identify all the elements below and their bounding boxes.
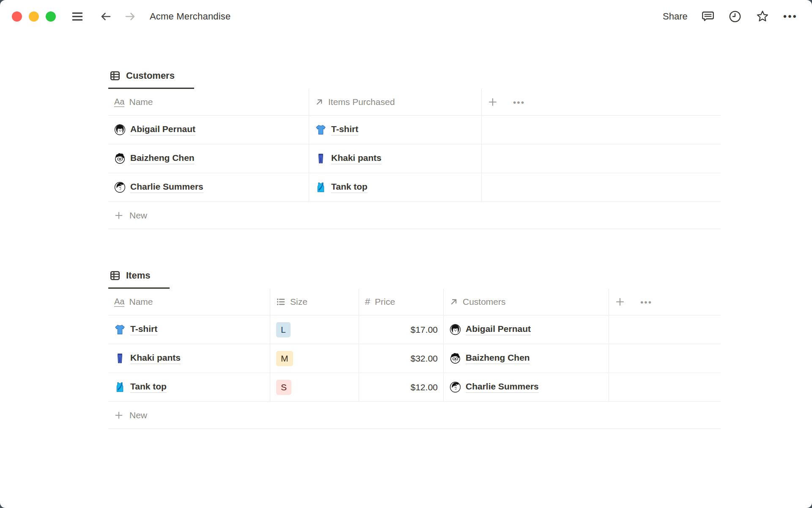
name-cell[interactable]: Khaki pants	[108, 344, 270, 373]
customers-header-row: Aa Name Items Purchased •••	[108, 89, 721, 116]
table-options-icon[interactable]: •••	[513, 98, 525, 107]
customer-link[interactable]: Abigail Pernaut	[450, 324, 531, 335]
item-link[interactable]: Khaki pants	[114, 353, 181, 364]
item-link[interactable]: T-shirt	[114, 324, 157, 335]
new-row-label: New	[129, 210, 147, 221]
items-header-row: Aa Name Size # Price Customers	[108, 289, 721, 315]
column-header-items-purchased[interactable]: Items Purchased	[309, 89, 482, 115]
column-header-name[interactable]: Aa Name	[108, 89, 309, 115]
new-item-row-button[interactable]: New	[108, 402, 721, 429]
column-label: Customers	[463, 297, 506, 307]
size-badge[interactable]: S	[276, 380, 291, 395]
tab-items[interactable]: Items	[108, 270, 170, 289]
tab-customers[interactable]: Customers	[108, 70, 194, 89]
customers-cell[interactable]: Charlie Summers	[444, 373, 609, 401]
item-row[interactable]: Khaki pants M $32.00 Baizheng Chen	[108, 344, 721, 373]
favorite-button[interactable]	[755, 9, 770, 24]
column-header-customers[interactable]: Customers	[444, 289, 609, 315]
share-button[interactable]: Share	[663, 11, 688, 22]
name-cell[interactable]: Baizheng Chen	[108, 144, 309, 173]
customers-cell[interactable]: Baizheng Chen	[444, 344, 609, 373]
price-cell[interactable]: $12.00	[359, 373, 444, 401]
name-cell[interactable]: Charlie Summers	[108, 173, 309, 202]
customer-link[interactable]: Charlie Summers	[114, 182, 203, 193]
name-cell[interactable]: T-shirt	[108, 315, 270, 344]
title-bar: Acme Merchandise Share	[0, 0, 812, 33]
size-cell[interactable]: L	[270, 315, 359, 344]
abigail-avatar	[114, 124, 126, 135]
relation-property-icon	[315, 97, 324, 108]
customer-link[interactable]: Baizheng Chen	[114, 153, 195, 164]
column-header-price[interactable]: # Price	[359, 289, 444, 315]
customer-link[interactable]: Baizheng Chen	[450, 353, 530, 364]
select-property-icon	[276, 296, 285, 308]
baizheng-avatar	[450, 353, 461, 364]
forward-arrow-icon	[124, 11, 136, 22]
number-property-icon: #	[365, 297, 370, 306]
customer-row[interactable]: Charlie Summers Tank top	[108, 173, 721, 202]
items-purchased-cell[interactable]: Tank top	[309, 173, 482, 202]
star-icon	[755, 9, 770, 24]
tab-label: Customers	[126, 70, 175, 81]
item-row[interactable]: T-shirt L $17.00 Abigail Pernaut	[108, 315, 721, 344]
customer-row[interactable]: Abigail Pernaut T-shirt	[108, 116, 721, 144]
column-header-size[interactable]: Size	[270, 289, 359, 315]
customer-link[interactable]: Charlie Summers	[450, 381, 539, 393]
tshirt-icon	[114, 324, 126, 335]
size-badge[interactable]: L	[276, 322, 291, 337]
column-label: Size	[290, 297, 307, 307]
new-row-label: New	[129, 410, 147, 420]
more-options-button[interactable]: •••	[783, 11, 798, 22]
relation-property-icon	[450, 296, 458, 308]
new-customer-row-button[interactable]: New	[108, 202, 721, 229]
forward-button[interactable]	[124, 11, 136, 22]
size-badge[interactable]: M	[276, 351, 293, 366]
items-purchased-cell[interactable]: T-shirt	[309, 116, 482, 144]
text-property-icon: Aa	[114, 297, 124, 307]
customers-database: Customers Aa Name Items Purchased •••	[108, 70, 721, 229]
baizheng-avatar	[114, 153, 126, 164]
history-button[interactable]	[728, 10, 742, 23]
name-cell[interactable]: Tank top	[108, 373, 270, 401]
column-label: Price	[375, 297, 395, 307]
customers-cell[interactable]: Abigail Pernaut	[444, 315, 609, 344]
plus-icon	[114, 211, 123, 220]
minimize-window-button[interactable]	[29, 11, 39, 22]
size-cell[interactable]: M	[270, 344, 359, 373]
customer-row[interactable]: Baizheng Chen Khaki pants	[108, 144, 721, 173]
zoom-window-button[interactable]	[46, 11, 56, 22]
clock-icon	[728, 10, 742, 23]
comments-button[interactable]	[701, 10, 715, 23]
table-view-icon	[109, 70, 121, 81]
items-database: Items Aa Name Size # Price	[108, 270, 721, 429]
size-cell[interactable]: S	[270, 373, 359, 401]
item-link[interactable]: Tank top	[114, 381, 167, 393]
item-link[interactable]: T-shirt	[315, 124, 358, 135]
jeans-icon	[315, 153, 326, 164]
column-label: Name	[129, 97, 153, 107]
comment-bubble-icon	[701, 10, 715, 23]
name-cell[interactable]: Abigail Pernaut	[108, 116, 309, 144]
ellipsis-icon: •••	[783, 11, 798, 22]
item-link[interactable]: Tank top	[315, 182, 368, 193]
tshirt-icon	[315, 124, 326, 135]
charlie-avatar	[450, 381, 461, 393]
hamburger-icon	[71, 11, 84, 22]
price-cell[interactable]: $32.00	[359, 344, 444, 373]
table-options-icon[interactable]: •••	[640, 298, 652, 306]
items-purchased-cell[interactable]: Khaki pants	[309, 144, 482, 173]
customer-link[interactable]: Abigail Pernaut	[114, 124, 195, 135]
price-cell[interactable]: $17.00	[359, 315, 444, 344]
back-button[interactable]	[100, 11, 112, 22]
column-label: Items Purchased	[328, 97, 395, 107]
sidebar-toggle-button[interactable]	[71, 11, 84, 22]
add-column-button[interactable]	[488, 97, 498, 107]
item-link[interactable]: Khaki pants	[315, 153, 381, 164]
text-property-icon: Aa	[114, 97, 124, 107]
column-header-name[interactable]: Aa Name	[108, 289, 270, 315]
close-window-button[interactable]	[12, 11, 22, 22]
add-column-button[interactable]	[615, 297, 625, 307]
tab-label: Items	[126, 270, 150, 281]
column-label: Name	[129, 297, 153, 307]
item-row[interactable]: Tank top S $12.00 Charlie Summers	[108, 373, 721, 402]
